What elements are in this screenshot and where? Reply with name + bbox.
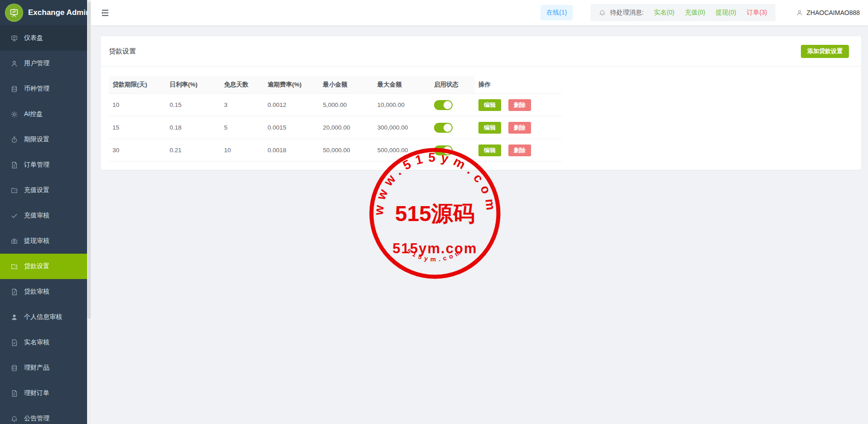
sidebar: Exchange Admin 仪表盘 用户管理 币种管理 AI控盘 期限设置 订… <box>0 0 87 424</box>
sidebar-item-label: 贷款审核 <box>24 288 49 296</box>
delete-button[interactable]: 删除 <box>508 145 531 156</box>
user-menu[interactable]: ZHAOCAIMAO888 <box>796 9 860 16</box>
page-title: 贷款设置 <box>109 47 136 56</box>
sidebar-item-users[interactable]: 用户管理 <box>0 51 87 76</box>
cell-interest-free-days: 5 <box>220 116 264 139</box>
menu-fold-icon[interactable] <box>100 9 110 17</box>
add-loan-setting-button[interactable]: 添加贷款设置 <box>801 45 849 58</box>
cell-max-amount: 10,000.00 <box>374 94 430 116</box>
bell-icon <box>599 9 606 16</box>
message-counter-realname[interactable]: 实名(0) <box>654 9 674 17</box>
folder-icon <box>10 187 18 194</box>
user-icon <box>796 9 803 16</box>
sidebar-item-dashboard[interactable]: 仪表盘 <box>0 25 87 51</box>
sidebar-item-label: 提现审核 <box>24 237 49 245</box>
col-min-amount: 最小金额 <box>319 76 374 94</box>
sidebar-item-ai-control[interactable]: AI控盘 <box>0 101 87 127</box>
sidebar-item-announcements[interactable]: 公告管理 <box>0 406 87 424</box>
dashboard-icon <box>10 34 18 42</box>
sidebar-item-label: 用户管理 <box>24 59 49 67</box>
sidebar-item-label: 充值设置 <box>24 186 49 194</box>
cell-daily-rate: 0.21 <box>166 139 220 162</box>
cell-loan-period: 10 <box>109 94 166 116</box>
card-body: 贷款期限(天) 日利率(%) 免息天数 逾期费率(%) 最小金额 最大金额 启用… <box>101 67 861 162</box>
cell-min-amount: 5,000.00 <box>319 94 374 116</box>
document-icon <box>10 390 18 397</box>
stamp-center-text: 515源码 <box>395 202 475 226</box>
document-icon <box>10 161 18 169</box>
bell-icon <box>10 415 18 423</box>
sidebar-item-profile-review[interactable]: 个人信息审核 <box>0 304 87 330</box>
sidebar-item-withdraw-review[interactable]: 提现审核 <box>0 228 87 254</box>
cell-loan-period: 30 <box>109 139 166 162</box>
sidebar-item-label: 理财产品 <box>24 364 49 372</box>
enabled-toggle[interactable] <box>434 100 453 110</box>
sidebar-item-label: AI控盘 <box>24 110 43 118</box>
sidebar-item-label: 币种管理 <box>24 85 49 93</box>
card-header: 贷款设置 添加贷款设置 <box>101 36 861 67</box>
cell-overdue-rate: 0.0015 <box>264 116 319 139</box>
coins-icon <box>10 85 18 93</box>
sidebar-item-recharge-settings[interactable]: 充值设置 <box>0 178 87 203</box>
col-interest-free-days: 免息天数 <box>220 76 264 94</box>
sidebar-item-currencies[interactable]: 币种管理 <box>0 76 87 101</box>
sidebar-item-realname-review[interactable]: 实名审核 <box>0 330 87 355</box>
message-counter-orders[interactable]: 订单(3) <box>746 9 767 17</box>
sidebar-item-label: 实名审核 <box>24 338 49 347</box>
person-filled-icon <box>10 313 18 321</box>
user-icon <box>10 60 18 67</box>
sidebar-item-term-settings[interactable]: 期限设置 <box>0 127 87 152</box>
sidebar-item-orders[interactable]: 订单管理 <box>0 152 87 178</box>
sidebar-nav: 仪表盘 用户管理 币种管理 AI控盘 期限设置 订单管理 充值设置 充值审核 <box>0 25 87 424</box>
enabled-toggle[interactable] <box>434 145 453 155</box>
sidebar-item-label: 个人信息审核 <box>24 313 62 321</box>
col-actions: 操作 <box>475 76 562 94</box>
cell-overdue-rate: 0.0018 <box>264 139 319 162</box>
edit-button[interactable]: 编辑 <box>478 145 501 156</box>
sidebar-item-label: 贷款设置 <box>24 262 49 270</box>
sidebar-item-loan-settings[interactable]: 贷款设置 <box>0 254 87 279</box>
online-badge[interactable]: 在线(1) <box>541 5 573 20</box>
timer-icon <box>10 136 18 144</box>
sidebar-item-wealth-products[interactable]: 理财产品 <box>0 355 87 381</box>
app-logo <box>5 4 23 22</box>
topbar: 在线(1) 待处理消息: 实名(0) 充值(0) 提现(0) 订单(3) ZHA… <box>91 0 868 25</box>
cell-loan-period: 15 <box>109 116 166 139</box>
sidebar-scrollbar-track <box>87 0 91 424</box>
cell-min-amount: 50,000.00 <box>319 139 374 162</box>
cell-interest-free-days: 3 <box>220 94 264 116</box>
table-row: 30 0.21 10 0.0018 50,000.00 500,000.00 编… <box>109 139 562 162</box>
cell-interest-free-days: 10 <box>220 139 264 162</box>
enabled-toggle[interactable] <box>434 123 453 133</box>
edit-button[interactable]: 编辑 <box>478 99 501 111</box>
edit-button[interactable]: 编辑 <box>478 122 501 134</box>
sidebar-item-wealth-orders[interactable]: 理财订单 <box>0 381 87 406</box>
sidebar-scrollbar-thumb[interactable] <box>88 2 91 319</box>
sidebar-item-label: 仪表盘 <box>24 34 43 42</box>
sidebar-item-label: 期限设置 <box>24 135 49 144</box>
folder-icon <box>10 263 18 270</box>
delete-button[interactable]: 删除 <box>508 99 531 111</box>
gear-icon <box>10 111 18 118</box>
cell-max-amount: 300,000.00 <box>374 116 430 139</box>
table-row: 10 0.15 3 0.0012 5,000.00 10,000.00 编辑 删… <box>109 94 562 116</box>
table-row: 15 0.18 5 0.0015 20,000.00 300,000.00 编辑… <box>109 116 562 139</box>
presentation-board-icon <box>9 8 19 18</box>
sidebar-item-recharge-review[interactable]: 充值审核 <box>0 203 87 228</box>
stamp-subline-text: 515ym.com <box>393 241 478 256</box>
pending-messages: 待处理消息: 实名(0) 充值(0) 提现(0) 订单(3) <box>590 4 775 21</box>
message-counter-withdraw[interactable]: 提现(0) <box>716 9 736 17</box>
check-icon <box>10 212 18 220</box>
loan-settings-card: 贷款设置 添加贷款设置 贷款期限(天) 日利率(%) 免息天数 逾期费率(%) … <box>101 36 861 170</box>
col-enabled-status: 启用状态 <box>430 76 475 94</box>
delete-button[interactable]: 删除 <box>508 122 531 134</box>
cell-min-amount: 20,000.00 <box>319 116 374 139</box>
sidebar-item-loan-review[interactable]: 贷款审核 <box>0 279 87 304</box>
message-counter-recharge[interactable]: 充值(0) <box>685 9 705 17</box>
document-icon <box>10 288 18 296</box>
app-title: Exchange Admin <box>28 8 90 17</box>
cell-daily-rate: 0.15 <box>166 94 220 116</box>
coins-icon <box>10 364 18 372</box>
col-overdue-rate: 逾期费率(%) <box>264 76 319 94</box>
col-max-amount: 最大金额 <box>374 76 430 94</box>
